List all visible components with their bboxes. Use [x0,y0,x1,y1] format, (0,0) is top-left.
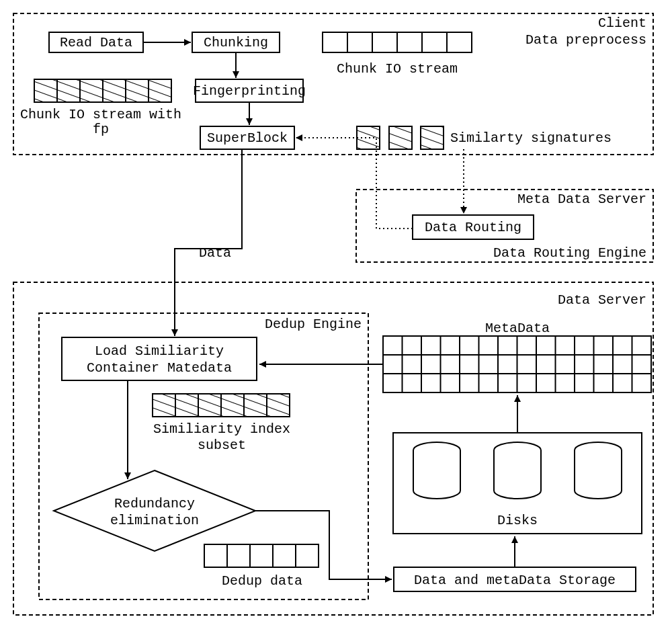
svg-rect-3 [372,32,397,52]
disk-icon-3 [575,442,622,499]
chunk-io-label: Chunk IO stream [337,61,458,77]
disk-icon-1 [413,442,460,499]
storage-label: Data and metaData Storage [414,573,616,588]
disk-icon-2 [494,442,541,499]
svg-rect-20 [357,126,380,149]
data-server-title: Data Server [558,292,646,308]
fingerprinting-label: Fingerprinting [193,83,306,99]
svg-rect-5 [422,32,447,52]
svg-rect-12 [80,79,103,102]
data-routing-label: Data Routing [425,220,521,235]
svg-rect-39 [250,544,273,567]
similarty-label: Similarty signatures [450,130,612,146]
dedup-engine-title: Dedup Engine [265,317,362,332]
superblock-label: SuperBlock [207,130,288,146]
redund-2: elimination [110,513,199,528]
load-sim-2: Container Matedata [87,360,232,376]
chunk-io-fp-label1: Chunk IO stream with [20,107,181,122]
sim-idx-1: Similiarity index [153,421,290,437]
svg-rect-8 [34,79,57,102]
sim-index-grid [153,394,290,417]
client-title1: Client [598,15,646,31]
client-title2: Data preprocess [526,32,646,48]
svg-rect-10 [57,79,80,102]
svg-rect-1 [323,32,347,52]
arrow-routing-super [296,138,413,229]
svg-rect-28 [175,394,198,417]
svg-rect-16 [126,79,149,102]
mds-title2: Data Routing Engine [493,245,646,261]
chunk-io-stream-grid [323,32,472,52]
diagram-canvas: Client Data preprocess Read Data Chunkin… [0,0,672,623]
svg-rect-18 [149,79,171,102]
chunking-label: Chunking [204,35,268,50]
mds-title1: Meta Data Server [517,192,646,207]
chunk-io-fp-grid [34,79,171,102]
svg-rect-2 [347,32,372,52]
svg-rect-26 [153,394,175,417]
arrow-super-load [175,149,242,336]
redund-1: Redundancy [114,496,195,511]
metadata-label: MetaData [485,321,550,336]
dedup-data-label: Dedup data [222,573,302,589]
svg-rect-41 [296,544,319,567]
svg-rect-6 [447,32,472,52]
load-sim-1: Load Similiarity [95,343,224,359]
svg-rect-30 [198,394,221,417]
sim-idx-2: subset [198,438,246,453]
svg-rect-14 [103,79,126,102]
svg-rect-32 [221,394,244,417]
dedup-data-grid [204,544,319,567]
svg-rect-37 [204,544,227,567]
read-data-label: Read Data [60,35,132,50]
chunk-io-fp-label2: fp [93,122,109,137]
data-line-label: Data [199,245,231,261]
svg-rect-22 [389,126,412,149]
svg-rect-4 [397,32,422,52]
svg-rect-34 [244,394,267,417]
disks-label: Disks [497,513,538,528]
svg-rect-38 [227,544,250,567]
svg-rect-36 [267,394,290,417]
svg-rect-40 [273,544,296,567]
svg-rect-24 [421,126,444,149]
metadata-grid [383,336,651,392]
